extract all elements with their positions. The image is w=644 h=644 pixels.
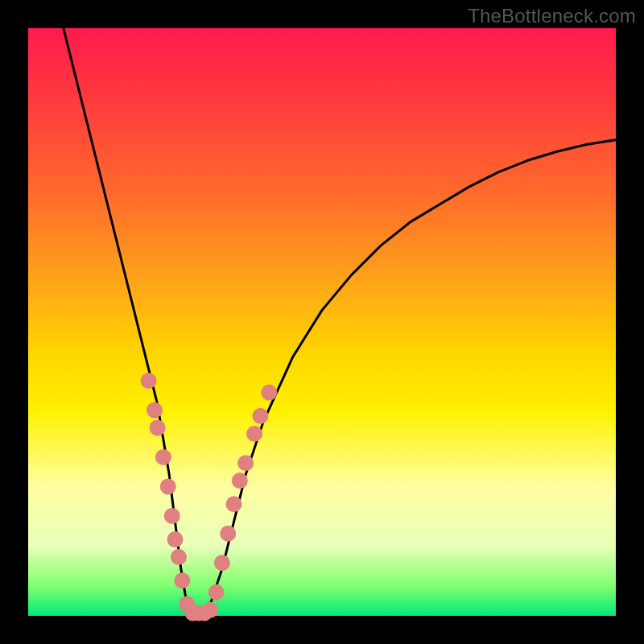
marker-dot xyxy=(202,602,218,618)
marker-dot xyxy=(220,526,236,542)
marker-dot xyxy=(246,426,262,442)
marker-dot xyxy=(171,549,187,565)
marker-dot xyxy=(252,408,268,424)
marker-dot xyxy=(174,572,190,588)
marker-dot xyxy=(150,419,166,436)
bottleneck-curve xyxy=(64,28,616,616)
highlighted-points xyxy=(141,373,278,621)
marker-dot xyxy=(164,508,180,524)
marker-dot xyxy=(226,496,242,512)
chart-frame: TheBottleneck.com xyxy=(0,0,644,644)
marker-dot xyxy=(147,402,163,419)
marker-dot xyxy=(237,455,254,471)
marker-dot xyxy=(160,478,176,494)
marker-dot xyxy=(214,555,230,571)
watermark-text: TheBottleneck.com xyxy=(468,5,636,27)
marker-dot xyxy=(261,385,277,401)
marker-dot xyxy=(155,449,171,465)
chart-svg xyxy=(28,28,616,616)
marker-dot xyxy=(232,473,248,489)
marker-dot xyxy=(167,531,184,547)
marker-dot xyxy=(141,373,157,389)
bottleneck-curve-path xyxy=(64,28,616,616)
marker-dot xyxy=(208,584,225,601)
